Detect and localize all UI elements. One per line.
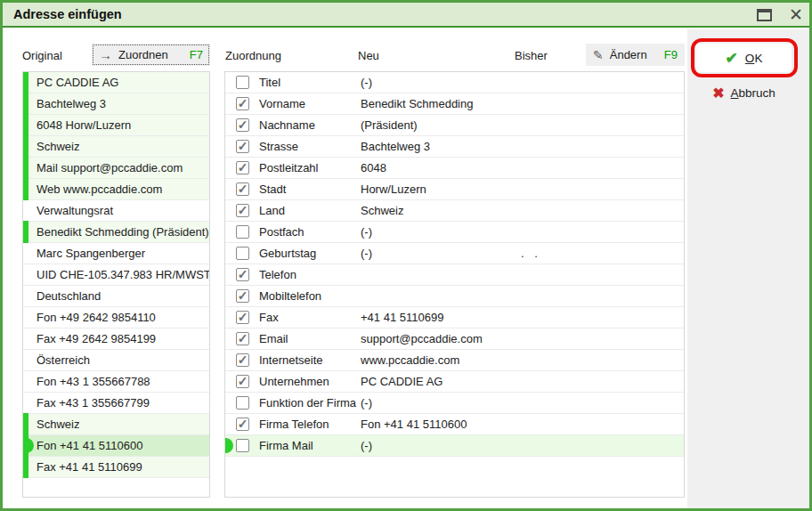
- zuordnung-column-label: Zuordnung: [225, 45, 281, 67]
- mapping-table: Titel (-) ✓ Vorname Benedikt Schmedding …: [224, 71, 685, 498]
- abbruch-button-label: Abbruch: [731, 86, 775, 100]
- checkbox[interactable]: [236, 396, 249, 410]
- check-icon: ✔: [726, 49, 738, 68]
- table-row[interactable]: ✓ Nachname (Präsident): [225, 115, 684, 136]
- list-item[interactable]: Benedikt Schmedding (Präsident): [23, 222, 209, 243]
- field-label: Internetseite: [259, 350, 323, 370]
- list-item-text: Verwaltungsrat: [37, 204, 113, 217]
- checkbox[interactable]: [236, 247, 249, 260]
- neu-value: Schweiz: [361, 200, 403, 221]
- neu-value: (-): [361, 72, 372, 93]
- list-item[interactable]: Schweiz: [23, 136, 209, 158]
- list-item-text: Fon +49 2642 9854110: [37, 311, 156, 324]
- table-row[interactable]: ✓ Firma Telefon Fon +41 41 5110600: [225, 414, 684, 435]
- list-item-text: Fax +43 1 355667799: [37, 396, 150, 410]
- checkbox[interactable]: ✓: [236, 204, 249, 217]
- table-row[interactable]: Funktion der Firma (-): [225, 393, 684, 414]
- checkbox[interactable]: [236, 439, 249, 452]
- field-label: Funktion der Firma: [259, 393, 356, 413]
- list-item[interactable]: Bachtelweg 3: [23, 93, 209, 115]
- checkbox[interactable]: ✓: [236, 311, 249, 324]
- table-row[interactable]: ✓ Land Schweiz: [225, 200, 684, 222]
- list-item[interactable]: Fax +43 1 355667799: [23, 393, 209, 414]
- list-item-text: 6048 Horw/Luzern: [37, 118, 131, 132]
- list-item[interactable]: Mail support@pccaddie.com: [23, 158, 209, 179]
- arrow-right-icon: →: [99, 47, 112, 62]
- list-item-text: Schweiz: [37, 140, 79, 153]
- close-button[interactable]: ✕: [784, 4, 808, 27]
- list-item[interactable]: Verwaltungsrat: [23, 200, 209, 222]
- list-item[interactable]: Fon +43 1 355667788: [23, 371, 209, 393]
- abbruch-button[interactable]: ✖ Abbruch: [696, 83, 792, 102]
- checkbox[interactable]: ✓: [236, 118, 249, 132]
- table-row[interactable]: ✓ Email support@pccaddie.com: [225, 328, 684, 350]
- table-row[interactable]: ✓ Internetseite www.pccaddie.com: [225, 350, 684, 371]
- list-item[interactable]: PC CADDIE AG: [23, 72, 209, 93]
- table-row[interactable]: ✓ Vorname Benedikt Schmedding: [225, 93, 684, 115]
- field-label: Fax: [259, 307, 279, 328]
- table-row[interactable]: ✓ Postleitzahl 6048: [225, 158, 684, 179]
- list-item[interactable]: Fax +41 41 5110699: [23, 457, 209, 478]
- neu-value: (-): [361, 435, 372, 456]
- checkbox[interactable]: ✓: [236, 268, 249, 281]
- neu-value: (-): [361, 243, 372, 264]
- neu-value: Benedikt Schmedding: [361, 93, 473, 114]
- table-row[interactable]: Titel (-): [225, 72, 684, 93]
- list-item-text: Fon +41 41 5110600: [37, 439, 142, 452]
- checkbox[interactable]: ✓: [236, 289, 249, 303]
- list-item[interactable]: Fon +41 41 5110600: [23, 435, 209, 457]
- neu-value: (Präsident): [361, 115, 418, 135]
- bisher-value: . .: [521, 243, 541, 264]
- table-row[interactable]: Geburtstag (-) . .: [225, 243, 684, 264]
- checkbox[interactable]: [236, 76, 249, 89]
- table-row[interactable]: ✓ Fax +41 41 5110699: [225, 307, 684, 328]
- list-item[interactable]: Deutschland: [23, 286, 209, 307]
- list-item-text: Mail support@pccaddie.com: [37, 161, 183, 174]
- checkbox[interactable]: [236, 225, 249, 239]
- zuordnen-button[interactable]: → Zuordnen F7: [92, 44, 210, 66]
- list-item[interactable]: Marc Spangenberger: [23, 243, 209, 264]
- table-row[interactable]: ✓ Telefon: [225, 264, 684, 286]
- list-item[interactable]: Schweiz: [23, 414, 209, 435]
- list-item[interactable]: Österreich: [23, 350, 209, 371]
- page-title: Adresse einfügen: [13, 7, 122, 21]
- table-row[interactable]: ✓ Strasse Bachtelweg 3: [225, 136, 684, 158]
- checkbox[interactable]: ✓: [236, 161, 249, 174]
- table-row[interactable]: ✓ Stadt Horw/Luzern: [225, 179, 684, 200]
- aendern-button-label: Ändern: [610, 48, 659, 61]
- maximize-button[interactable]: [757, 9, 772, 21]
- table-row[interactable]: Postfach (-): [225, 222, 684, 243]
- list-item-text: Deutschland: [37, 289, 101, 303]
- zuordnen-shortcut: F7: [190, 48, 203, 61]
- list-item-text: Fon +43 1 355667788: [37, 375, 150, 388]
- ok-button[interactable]: ✔ OK: [696, 44, 792, 72]
- checkbox[interactable]: ✓: [236, 140, 249, 153]
- checkbox[interactable]: ✓: [236, 332, 249, 345]
- field-label: Firma Mail: [259, 435, 313, 456]
- list-item[interactable]: 6048 Horw/Luzern: [23, 115, 209, 136]
- x-icon: ✖: [712, 85, 724, 101]
- checkbox[interactable]: ✓: [236, 375, 249, 388]
- aendern-button[interactable]: ✎ Ändern F9: [586, 44, 685, 66]
- dialog-window: Adresse einfügen ✕ Original → Zuordnen F…: [0, 0, 812, 511]
- list-item[interactable]: UID CHE-105.347.983 HR/MWST: [23, 264, 209, 286]
- table-row[interactable]: ✓ Unternehmen PC CADDIE AG: [225, 371, 684, 393]
- field-label: Geburtstag: [259, 243, 316, 264]
- table-row[interactable]: ✓ Mobiltelefon: [225, 286, 684, 307]
- checkbox[interactable]: ✓: [236, 353, 249, 367]
- aendern-shortcut: F9: [664, 48, 678, 61]
- list-item[interactable]: Fon +49 2642 9854110: [23, 307, 209, 328]
- field-label: Land: [259, 200, 285, 221]
- checkbox[interactable]: ✓: [236, 97, 249, 110]
- list-item[interactable]: Fax +49 2642 9854199: [23, 328, 209, 350]
- list-item[interactable]: Web www.pccaddie.com: [23, 179, 209, 200]
- field-label: Stadt: [259, 179, 286, 199]
- neu-value: Bachtelweg 3: [361, 136, 430, 157]
- list-item-text: Marc Spangenberger: [37, 247, 145, 260]
- checkbox[interactable]: ✓: [236, 418, 249, 431]
- zuordnen-button-label: Zuordnen: [118, 48, 184, 61]
- list-item-text: Österreich: [37, 353, 90, 367]
- table-row[interactable]: Firma Mail (-): [225, 435, 684, 457]
- field-label: Telefon: [259, 264, 296, 285]
- checkbox[interactable]: ✓: [236, 182, 249, 196]
